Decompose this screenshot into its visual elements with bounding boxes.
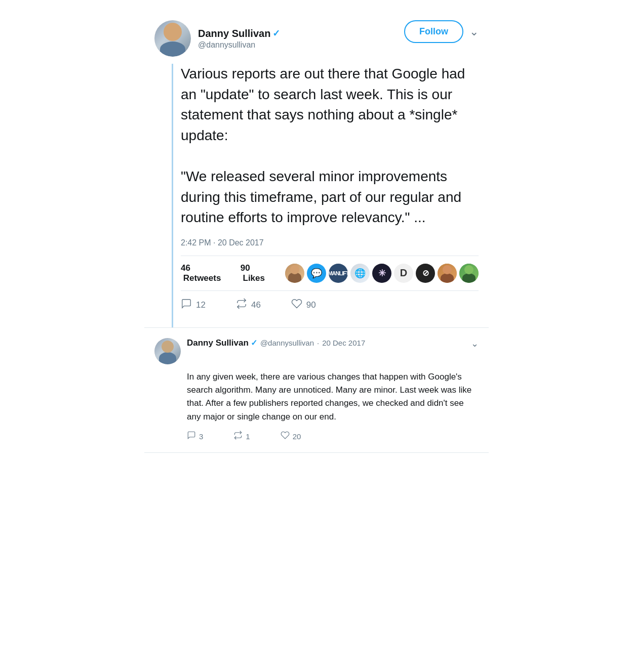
avatar-face-body [160, 41, 185, 57]
actions-row: 12 46 [181, 291, 479, 319]
reply-retweet-icon [233, 431, 243, 442]
reply-display-name-text: Danny Sullivan [187, 338, 249, 348]
tweet-body: Various reports are out there that Googl… [181, 64, 479, 327]
liker-avatar-1 [285, 264, 304, 283]
display-name-text: Danny Sullivan [198, 28, 270, 39]
reply-reply-icon [187, 431, 196, 442]
follow-button[interactable]: Follow [404, 20, 463, 43]
liker-avatar-6: D [394, 264, 413, 283]
reply-username: @dannysullivan [260, 339, 314, 347]
user-info: Danny Sullivan ✓ @dannysullivan [198, 28, 280, 50]
reply-text: In any given week, there are various cha… [187, 370, 479, 424]
liker-avatar-3: MANLIFT [329, 264, 348, 283]
liker-avatar-8 [438, 264, 457, 283]
reply-icon [181, 298, 192, 312]
avatar-face-head [164, 23, 182, 41]
reply-user-row: Danny Sullivan ✓ @dannysullivan · 20 Dec… [187, 338, 479, 349]
likes-stat: 90 Likes [241, 263, 275, 283]
reply-reply-count: 3 [199, 432, 203, 441]
retweets-stat: 46 Retweets [181, 263, 230, 283]
tweet-timestamp: 2:42 PM · 20 Dec 2017 [181, 238, 479, 247]
username: @dannysullivan [198, 40, 280, 50]
retweet-action[interactable]: 46 [236, 298, 261, 312]
reply-verified-icon: ✓ [251, 338, 257, 348]
reply-like-action[interactable]: 20 [281, 431, 301, 442]
retweets-count: 46 [181, 263, 190, 273]
reply-reply-action[interactable]: 3 [187, 431, 203, 442]
tweet-text: Various reports are out there that Googl… [181, 64, 479, 228]
blue-line-column [172, 64, 174, 327]
tweet-text-part1: Various reports are out there that Googl… [181, 66, 465, 143]
liker-avatar-2: 💬 [307, 264, 326, 283]
chevron-down-icon[interactable]: ⌄ [469, 25, 479, 38]
retweets-label: Retweets [183, 273, 221, 283]
reply-retweet-count: 1 [246, 432, 250, 441]
likes-label: Likes [243, 273, 265, 283]
tweet-header-right: Follow ⌄ [404, 20, 479, 43]
liker-avatar-4: 🌐 [350, 264, 370, 283]
reply-retweet-action[interactable]: 1 [233, 431, 250, 442]
reply-user-info: Danny Sullivan ✓ @dannysullivan · 20 Dec… [187, 338, 365, 348]
reply-action[interactable]: 12 [181, 298, 206, 312]
reply-chevron-down-icon[interactable]: ⌄ [471, 338, 479, 349]
tweet-header: Danny Sullivan ✓ @dannysullivan Follow ⌄ [154, 20, 479, 57]
reply-tweet: Danny Sullivan ✓ @dannysullivan · 20 Dec… [144, 328, 489, 453]
main-tweet: Danny Sullivan ✓ @dannysullivan Follow ⌄… [144, 10, 489, 328]
like-count: 90 [306, 300, 316, 310]
liker-avatar-7: ⊘ [416, 264, 435, 283]
retweet-count: 46 [251, 300, 261, 310]
reply-like-icon [281, 431, 290, 442]
likes-count: 90 [241, 263, 250, 273]
reply-like-count: 20 [293, 432, 301, 441]
tweet-content-wrapper: Various reports are out there that Googl… [154, 64, 479, 327]
reply-header: Danny Sullivan ✓ @dannysullivan · 20 Dec… [154, 338, 479, 364]
avatar [154, 20, 191, 57]
liker-avatar-9 [459, 264, 479, 283]
like-action[interactable]: 90 [291, 298, 316, 312]
tweet-text-part2: "We released several minor improvements … [181, 169, 461, 225]
verified-icon: ✓ [272, 28, 280, 39]
stats-row: 46 Retweets 90 Likes [181, 256, 479, 291]
like-icon [291, 298, 302, 312]
reply-avatar [154, 338, 181, 364]
liker-avatar-5: ✳ [372, 264, 391, 283]
reply-display-name: Danny Sullivan ✓ [187, 338, 257, 348]
tweet-header-left: Danny Sullivan ✓ @dannysullivan [154, 20, 280, 57]
reply-date: 20 Dec 2017 [322, 339, 365, 347]
reply-count: 12 [196, 300, 206, 310]
blue-line [172, 64, 173, 327]
reply-dot: · [317, 339, 319, 347]
tweet-container: Danny Sullivan ✓ @dannysullivan Follow ⌄… [144, 0, 489, 463]
retweet-icon [236, 298, 247, 312]
reply-actions-row: 3 1 20 [187, 431, 479, 442]
stats-avatars: 💬 MANLIFT 🌐 ✳ D [285, 264, 479, 283]
display-name: Danny Sullivan ✓ [198, 28, 280, 39]
